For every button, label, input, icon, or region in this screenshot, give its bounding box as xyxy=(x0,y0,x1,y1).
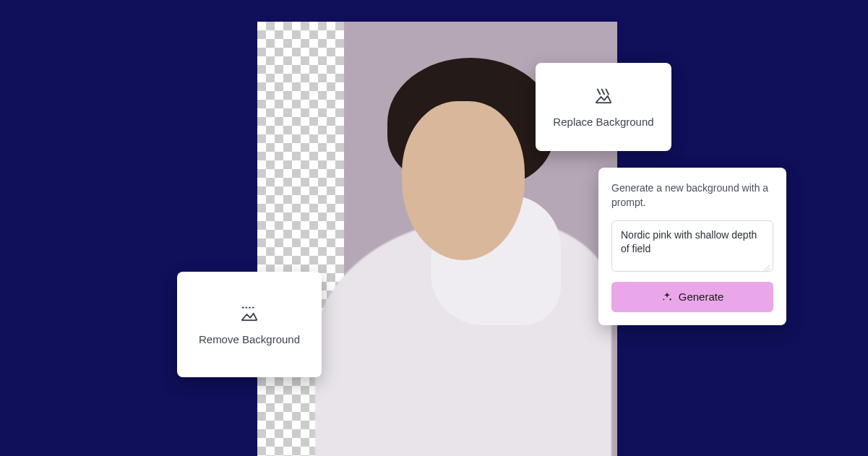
remove-background-icon xyxy=(239,304,259,324)
svg-line-3 xyxy=(764,265,770,271)
remove-background-label: Remove Background xyxy=(199,333,300,345)
sparkle-icon xyxy=(661,291,673,303)
prompt-value: Nordic pink with shallow depth of field xyxy=(621,229,757,255)
generate-help-text: Generate a new background with a prompt. xyxy=(611,181,773,210)
generate-button-label: Generate xyxy=(679,291,724,303)
generate-background-panel: Generate a new background with a prompt.… xyxy=(598,168,786,325)
replace-background-card[interactable]: Replace Background xyxy=(536,63,671,151)
svg-line-4 xyxy=(767,268,770,271)
prompt-textarea[interactable]: Nordic pink with shallow depth of field xyxy=(611,220,773,272)
generate-button[interactable]: Generate xyxy=(611,282,773,312)
remove-background-card[interactable]: Remove Background xyxy=(177,272,322,377)
resize-grip-icon[interactable] xyxy=(762,261,770,268)
replace-background-label: Replace Background xyxy=(553,116,653,128)
replace-background-icon xyxy=(593,87,614,107)
